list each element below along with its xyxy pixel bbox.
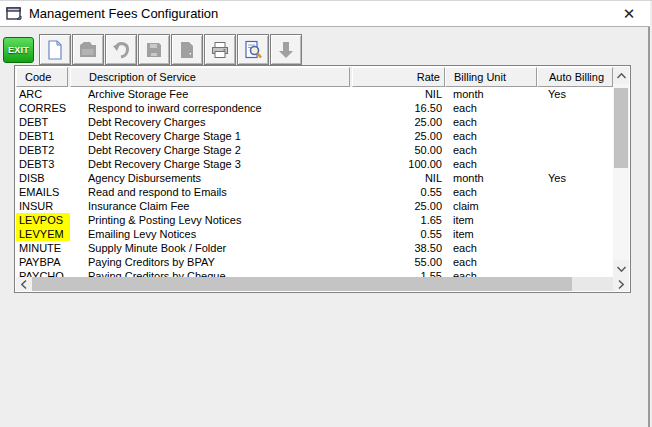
cell-unit: month bbox=[445, 171, 537, 185]
page-icon bbox=[177, 40, 197, 60]
cell-unit: each bbox=[445, 157, 537, 171]
cell-desc: Debt Recovery Charge Stage 3 bbox=[70, 157, 352, 171]
column-header-code[interactable]: Code bbox=[16, 67, 68, 87]
cell-auto bbox=[537, 269, 613, 277]
table-row[interactable]: LEVYEMEmailing Levy Notices0.55item bbox=[16, 227, 613, 241]
cell-code: DEBT3 bbox=[16, 157, 70, 171]
save-button[interactable] bbox=[138, 34, 170, 65]
cell-code: PAYBPA bbox=[16, 255, 70, 269]
table-row[interactable]: EMAILSRead and respond to Emails0.55each bbox=[16, 185, 613, 199]
cell-auto bbox=[537, 129, 613, 143]
cell-code: PAYCHQ bbox=[16, 269, 70, 277]
fees-list-frame: Code Description of Service Rate Billing… bbox=[14, 65, 631, 293]
table-row[interactable]: MINUTESupply Minute Book / Folder38.50ea… bbox=[16, 241, 613, 255]
cell-rate: 50.00 bbox=[352, 143, 445, 157]
printer-icon bbox=[210, 40, 230, 60]
column-header-description[interactable]: Description of Service bbox=[70, 67, 350, 87]
cell-desc: Insurance Claim Fee bbox=[70, 199, 352, 213]
scroll-up-button[interactable] bbox=[613, 67, 629, 84]
cell-code: DEBT1 bbox=[16, 129, 70, 143]
cell-code: LEVPOS bbox=[16, 213, 70, 227]
management-fees-window: Management Fees Configuration ✕ EXIT bbox=[0, 0, 652, 427]
table-row[interactable]: PAYBPAPaying Creditors by BPAY55.00each bbox=[16, 255, 613, 269]
horizontal-scrollbar[interactable] bbox=[16, 277, 629, 291]
cell-auto bbox=[537, 115, 613, 129]
cell-rate: 0.55 bbox=[352, 185, 445, 199]
table-row[interactable]: DEBT2Debt Recovery Charge Stage 250.00ea… bbox=[16, 143, 613, 157]
cell-desc: Emailing Levy Notices bbox=[70, 227, 352, 241]
cell-rate: 25.00 bbox=[352, 115, 445, 129]
cell-desc: Paying Creditors by Cheque bbox=[70, 269, 352, 277]
cell-auto bbox=[537, 255, 613, 269]
window-right-border bbox=[648, 1, 650, 427]
cell-code: INSUR bbox=[16, 199, 70, 213]
cell-desc: Supply Minute Book / Folder bbox=[70, 241, 352, 255]
cell-auto bbox=[537, 185, 613, 199]
cell-unit: each bbox=[445, 101, 537, 115]
cell-unit: each bbox=[445, 129, 537, 143]
table-row[interactable]: CORRESRespond to inward correspondence16… bbox=[16, 101, 613, 115]
print-button[interactable] bbox=[204, 34, 236, 65]
window-title: Management Fees Configuration bbox=[29, 6, 218, 21]
titlebar: Management Fees Configuration ✕ bbox=[0, 1, 650, 27]
horizontal-scroll-thumb[interactable] bbox=[32, 277, 572, 291]
table-row[interactable]: DEBTDebt Recovery Charges25.00each bbox=[16, 115, 613, 129]
vertical-scrollbar[interactable] bbox=[613, 67, 629, 277]
page-button[interactable] bbox=[171, 34, 203, 65]
table-row[interactable]: DEBT1Debt Recovery Charge Stage 125.00ea… bbox=[16, 129, 613, 143]
cell-code: MINUTE bbox=[16, 241, 70, 255]
cell-rate: 1.55 bbox=[352, 269, 445, 277]
table-row[interactable]: DEBT3Debt Recovery Charge Stage 3100.00e… bbox=[16, 157, 613, 171]
table-row[interactable]: LEVPOSPrinting & Posting Levy Notices1.6… bbox=[16, 213, 613, 227]
cell-code: DEBT bbox=[16, 115, 70, 129]
undo-button[interactable] bbox=[105, 34, 137, 65]
form-icon bbox=[6, 7, 22, 21]
cell-desc: Printing & Posting Levy Notices bbox=[70, 213, 352, 227]
exit-button[interactable]: EXIT bbox=[3, 37, 34, 63]
cell-rate: NIL bbox=[352, 171, 445, 185]
column-header-auto-billing[interactable]: Auto Billing bbox=[537, 67, 613, 87]
scroll-left-icon bbox=[21, 280, 27, 289]
table-row[interactable]: PAYCHQPaying Creditors by Cheque1.55each bbox=[16, 269, 613, 277]
cell-unit: each bbox=[445, 241, 537, 255]
toolbar: EXIT bbox=[3, 34, 303, 66]
table-header: Code Description of Service Rate Billing… bbox=[16, 67, 613, 87]
cell-auto bbox=[537, 241, 613, 255]
close-icon: ✕ bbox=[623, 5, 636, 23]
vertical-scroll-thumb[interactable] bbox=[614, 88, 628, 168]
cell-rate: 0.55 bbox=[352, 227, 445, 241]
down-arrow-button[interactable] bbox=[270, 34, 302, 65]
cell-rate: 100.00 bbox=[352, 157, 445, 171]
cell-rate: 25.00 bbox=[352, 129, 445, 143]
column-header-billing-unit[interactable]: Billing Unit bbox=[445, 67, 537, 87]
close-button[interactable]: ✕ bbox=[616, 3, 642, 25]
cell-desc: Read and respond to Emails bbox=[70, 185, 352, 199]
cell-code: CORRES bbox=[16, 101, 70, 115]
cell-unit: item bbox=[445, 227, 537, 241]
cell-desc: Archive Storage Fee bbox=[70, 87, 352, 101]
new-button[interactable] bbox=[39, 34, 71, 65]
scroll-down-button[interactable] bbox=[613, 260, 629, 277]
cell-auto bbox=[537, 213, 613, 227]
cell-code: DISB bbox=[16, 171, 70, 185]
preview-button[interactable] bbox=[237, 34, 269, 65]
cell-desc: Debt Recovery Charges bbox=[70, 115, 352, 129]
cell-auto: Yes bbox=[537, 87, 613, 101]
column-header-rate[interactable]: Rate bbox=[352, 67, 445, 87]
cell-desc: Debt Recovery Charge Stage 1 bbox=[70, 129, 352, 143]
scroll-left-button[interactable] bbox=[16, 277, 32, 291]
cell-rate: 16.50 bbox=[352, 101, 445, 115]
cell-code: DEBT2 bbox=[16, 143, 70, 157]
cell-unit: each bbox=[445, 255, 537, 269]
scroll-right-button[interactable] bbox=[613, 277, 629, 291]
cell-desc: Agency Disbursements bbox=[70, 171, 352, 185]
open-button[interactable] bbox=[72, 34, 104, 65]
cell-rate: 55.00 bbox=[352, 255, 445, 269]
cell-unit: each bbox=[445, 185, 537, 199]
table-row[interactable]: ARCArchive Storage FeeNILmonthYes bbox=[16, 87, 613, 101]
undo-icon bbox=[111, 40, 131, 60]
cell-auto bbox=[537, 143, 613, 157]
table-row[interactable]: INSURInsurance Claim Fee25.00claim bbox=[16, 199, 613, 213]
print-preview-icon bbox=[243, 40, 263, 60]
table-row[interactable]: DISBAgency DisbursementsNILmonthYes bbox=[16, 171, 613, 185]
